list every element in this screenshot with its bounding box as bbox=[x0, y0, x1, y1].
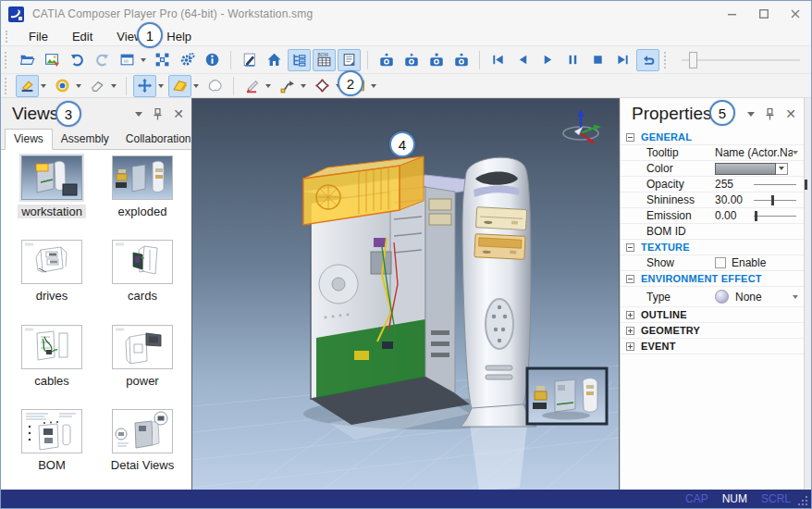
toolbar-grip[interactable] bbox=[5, 52, 8, 68]
view-item-workstation[interactable]: workstation bbox=[6, 155, 97, 238]
view-thumbnail[interactable] bbox=[112, 240, 173, 284]
tab-views[interactable]: Views bbox=[5, 129, 53, 150]
settings-button[interactable] bbox=[176, 49, 199, 71]
bom-table-button[interactable]: BOM bbox=[313, 49, 336, 71]
pin-icon[interactable] bbox=[765, 108, 775, 120]
panel-close-icon[interactable]: ✕ bbox=[173, 107, 184, 120]
menu-edit[interactable]: Edit bbox=[60, 27, 105, 45]
view-item-detail-views[interactable]: Detai Views bbox=[97, 409, 188, 491]
section-texture[interactable]: TEXTURE bbox=[621, 240, 804, 255]
undo-button[interactable] bbox=[66, 49, 89, 71]
info-button[interactable] bbox=[201, 49, 224, 71]
emission-value[interactable]: 0.00 bbox=[715, 209, 754, 222]
translate-dropdown[interactable] bbox=[158, 84, 164, 88]
marker-dropdown[interactable] bbox=[265, 84, 271, 88]
camera-view-button[interactable] bbox=[375, 49, 398, 71]
shininess-value[interactable]: 30.00 bbox=[715, 193, 754, 206]
view-item-drives[interactable]: drives bbox=[6, 240, 97, 322]
expand-icon[interactable] bbox=[626, 311, 634, 319]
skip-start-button[interactable] bbox=[486, 49, 510, 71]
opacity-value[interactable]: 255 bbox=[715, 178, 754, 191]
view-thumbnail[interactable] bbox=[21, 240, 82, 284]
view-thumbnail[interactable] bbox=[21, 325, 82, 369]
tab-collaboration[interactable]: Collaboration bbox=[117, 130, 200, 149]
time-slider-handle[interactable] bbox=[689, 52, 697, 68]
section-general[interactable]: GENERAL bbox=[621, 130, 804, 145]
close-button[interactable] bbox=[780, 1, 811, 27]
marker-button[interactable] bbox=[240, 75, 264, 97]
view-item-cables[interactable]: cables bbox=[6, 325, 97, 407]
collapse-icon[interactable] bbox=[626, 275, 634, 283]
time-slider[interactable] bbox=[682, 51, 800, 69]
import-image-button[interactable] bbox=[41, 49, 64, 71]
enable-checkbox[interactable] bbox=[715, 257, 726, 268]
path-arrow-button[interactable] bbox=[276, 75, 299, 97]
face-select-button[interactable] bbox=[168, 75, 191, 97]
folder-views-dropdown[interactable] bbox=[371, 84, 376, 88]
viewport-3d[interactable] bbox=[191, 98, 620, 491]
view-item-exploded[interactable]: exploded bbox=[97, 155, 188, 238]
camera-snapshot-button[interactable] bbox=[449, 49, 473, 71]
resize-grip[interactable] bbox=[796, 494, 808, 506]
skip-end-button[interactable] bbox=[611, 49, 634, 71]
panel-close-icon[interactable]: ✕ bbox=[785, 107, 796, 120]
eraser-dropdown[interactable] bbox=[111, 84, 117, 88]
minimize-button[interactable] bbox=[717, 1, 748, 27]
tooltip-value[interactable]: Name (Actor.Na bbox=[715, 146, 793, 159]
type-dropdown-icon[interactable] bbox=[793, 295, 798, 299]
collapse-icon[interactable] bbox=[626, 133, 634, 142]
menu-file[interactable]: File bbox=[17, 27, 60, 45]
pause-button[interactable] bbox=[561, 49, 584, 71]
face-select-dropdown[interactable] bbox=[193, 84, 199, 88]
section-environment-effect[interactable]: ENVIRONMENT EFFECT bbox=[621, 271, 804, 287]
translate-button[interactable] bbox=[133, 75, 156, 97]
view-thumbnail[interactable] bbox=[112, 155, 173, 200]
toolbar-grip[interactable] bbox=[5, 78, 8, 94]
expand-icon[interactable] bbox=[626, 327, 634, 335]
view-item-cards[interactable]: cards bbox=[97, 240, 188, 322]
play-button[interactable] bbox=[536, 49, 560, 71]
eraser-button[interactable] bbox=[86, 75, 109, 97]
orbit-button[interactable] bbox=[51, 75, 74, 97]
orbit-dropdown[interactable] bbox=[76, 84, 81, 88]
window-select-button[interactable] bbox=[116, 49, 139, 71]
section-geometry[interactable]: GEOMETRY bbox=[621, 323, 804, 339]
shininess-slider[interactable] bbox=[754, 194, 796, 205]
section-event[interactable]: EVENT bbox=[621, 339, 804, 354]
section-outline[interactable]: OUTLINE bbox=[621, 307, 804, 323]
step-back-button[interactable] bbox=[511, 49, 535, 71]
maximize-button[interactable] bbox=[748, 1, 780, 27]
open-button[interactable] bbox=[16, 49, 39, 71]
select-dropdown[interactable] bbox=[41, 84, 46, 88]
opacity-slider[interactable] bbox=[754, 179, 796, 190]
toolbar-grip[interactable] bbox=[664, 52, 668, 68]
home-button[interactable] bbox=[263, 49, 286, 71]
window-select-dropdown[interactable] bbox=[141, 58, 146, 62]
redo-button[interactable] bbox=[91, 49, 114, 71]
camera-play-button[interactable] bbox=[400, 49, 423, 71]
tooltip-dropdown-icon[interactable] bbox=[793, 151, 798, 155]
pin-icon[interactable] bbox=[153, 108, 163, 120]
camera-record-button[interactable] bbox=[424, 49, 448, 71]
publish-button[interactable] bbox=[238, 49, 261, 71]
panel-menu-icon[interactable] bbox=[135, 112, 142, 117]
color-dropdown-icon[interactable] bbox=[776, 163, 788, 175]
fit-all-button[interactable] bbox=[151, 49, 174, 71]
loop-button[interactable] bbox=[636, 49, 659, 71]
select-button[interactable] bbox=[16, 75, 39, 97]
type-value[interactable]: None bbox=[735, 291, 762, 304]
tab-assembly[interactable]: Assembly bbox=[53, 130, 117, 149]
polygon-button[interactable] bbox=[311, 75, 334, 97]
view-thumbnail[interactable] bbox=[21, 409, 82, 453]
view-thumbnail[interactable] bbox=[112, 409, 173, 453]
expand-icon[interactable] bbox=[626, 342, 634, 351]
stop-button[interactable] bbox=[586, 49, 609, 71]
ghost-button[interactable] bbox=[203, 75, 227, 97]
panel-menu-icon[interactable] bbox=[747, 112, 755, 117]
view-thumbnail[interactable] bbox=[21, 155, 82, 200]
emission-slider[interactable] bbox=[754, 210, 796, 221]
view-item-bom[interactable]: BOM bbox=[6, 409, 97, 491]
collapse-icon[interactable] bbox=[626, 243, 634, 252]
views-list-button[interactable] bbox=[338, 49, 361, 71]
path-arrow-dropdown[interactable] bbox=[301, 84, 306, 88]
